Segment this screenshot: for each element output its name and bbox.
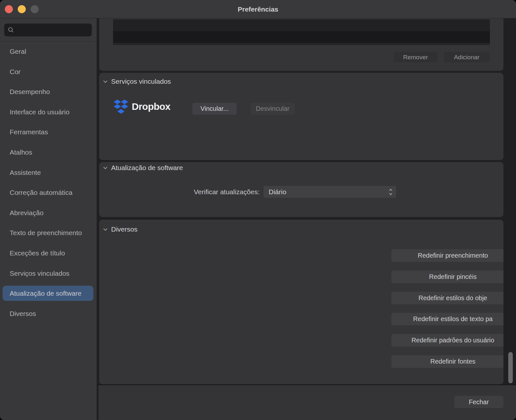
sidebar-item[interactable]: Ferramentas [0,122,97,142]
sidebar-item-label: Geral [10,41,26,62]
preferences-window: Preferências GeralCorDesempenhoInterface… [0,0,516,420]
items-listbox[interactable] [113,19,490,45]
search-box[interactable] [4,24,92,36]
sidebar-item-label: Diversos [10,303,36,324]
sidebar: GeralCorDesempenhoInterface do usuárioFe… [0,18,97,420]
section-title: Diversos [111,225,138,233]
reset-button[interactable]: Redefinir estilos de texto pa [391,313,503,325]
reset-button[interactable]: Redefinir estilos do obje [391,292,503,304]
remove-button[interactable]: Remover [394,52,437,62]
reset-button[interactable]: Redefinir fontes [391,355,503,368]
dropbox-service-row: Dropbox [113,99,170,114]
software-update-section: Atualização de software Verificar atuali… [99,162,503,217]
sidebar-item[interactable]: Serviços vinculados [0,263,97,283]
chevron-down-icon [103,228,108,231]
list-row[interactable] [113,31,490,43]
sidebar-item-label: Atalhos [10,142,32,162]
add-button[interactable]: Adicionar [444,52,490,62]
reset-button[interactable]: Redefinir preenchimento [391,249,503,262]
reset-button[interactable]: Redefinir pincéis [391,271,503,283]
sidebar-item[interactable]: Abreviação [0,203,97,223]
titlebar: Preferências [0,0,516,18]
unlink-button: Desvincular [251,103,295,115]
list-row[interactable] [113,19,490,31]
footer-bar: Fechar [99,385,516,420]
check-updates-label: Verificar atualizações: [99,186,260,198]
sidebar-item-label: Cor [10,62,21,82]
link-button[interactable]: Vincular... [192,103,237,115]
sidebar-item[interactable]: Interface do usuário [0,102,97,122]
sidebar-item[interactable]: Texto de preenchimento [0,223,97,243]
sidebar-item[interactable]: Assistente [0,162,97,183]
sidebar-item-label: Texto de preenchimento [10,223,82,243]
chevron-down-icon [103,80,108,83]
sidebar-item-label: Ferramentas [10,122,48,142]
sidebar-item-label: Serviços vinculados [10,263,70,283]
search-icon [8,27,14,33]
sidebar-item[interactable]: Correção automática [0,182,97,203]
main-panel: Remover Adicionar Serviços vinculados [97,18,516,385]
sidebar-item[interactable]: Atalhos [0,142,97,162]
sidebar-item-label: Exceções de título [10,243,65,263]
dropbox-icon [113,100,129,114]
sidebar-item[interactable]: Geral [0,41,97,62]
section-header[interactable]: Diversos [103,225,138,233]
scrollbar-thumb[interactable] [508,352,513,383]
list-row-edge [113,43,490,45]
selected-option: Diário [269,186,286,198]
close-button[interactable]: Fechar [454,396,503,408]
sidebar-item-label: Desempenho [10,81,50,102]
sidebar-item-label: Abreviação [10,203,43,223]
sidebar-item[interactable]: Exceções de título [0,243,97,263]
sidebar-items: GeralCorDesempenhoInterface do usuárioFe… [0,42,97,420]
sidebar-item[interactable]: Cor [0,62,97,82]
linked-services-section: Serviços vinculados Dropbox Vincular... … [99,73,503,160]
search-input[interactable] [16,24,89,36]
section-header[interactable]: Serviços vinculados [103,78,171,85]
chevron-down-icon [103,167,108,169]
section-header[interactable]: Atualização de software [103,164,183,172]
section-title: Serviços vinculados [111,78,171,85]
section-title: Atualização de software [111,164,183,172]
dropbox-wordmark: Dropbox [132,101,170,112]
sidebar-item[interactable]: Atualização de software [0,283,97,303]
sidebar-item[interactable]: Desempenho [0,81,97,102]
update-frequency-select[interactable]: Diário [263,186,396,198]
sidebar-item-label: Interface do usuário [10,102,70,122]
window-title: Preferências [0,0,516,18]
updown-stepper-icon [388,188,393,196]
sidebar-item[interactable]: Diversos [0,303,97,324]
misc-section: Diversos Redefinir preenchimentoRedefini… [99,220,503,384]
list-panel: Remover Adicionar [99,18,503,71]
sidebar-item-label: Assistente [10,162,41,183]
reset-button[interactable]: Redefinir padrões do usuário [391,334,503,347]
sidebar-item-label: Atualização de software [10,283,81,303]
sidebar-item-label: Correção automática [10,182,72,203]
